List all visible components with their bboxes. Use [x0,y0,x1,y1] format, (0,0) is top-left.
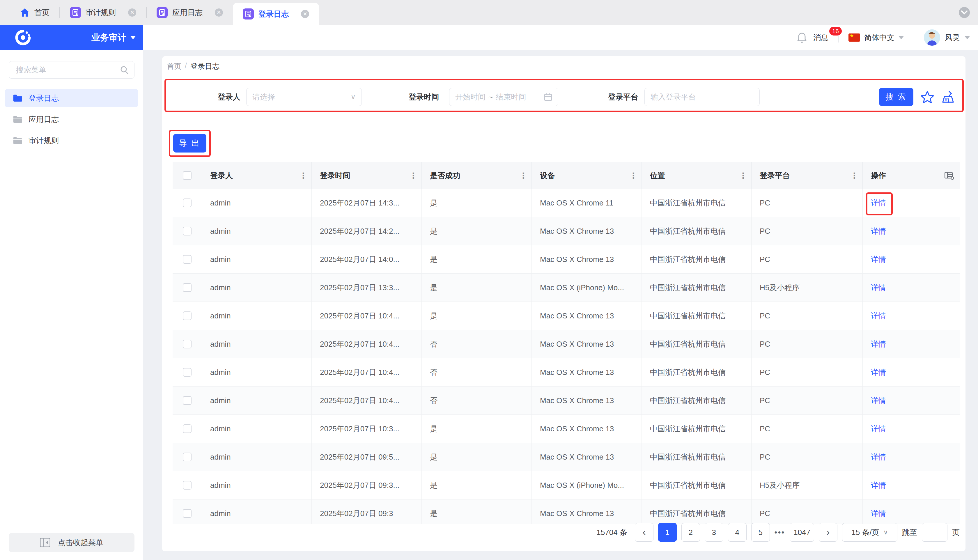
column-settings-icon[interactable] [945,171,954,180]
jump-page-input[interactable] [922,523,948,542]
clear-broom-icon[interactable] [941,90,955,103]
user-menu[interactable]: 风灵 [924,29,970,46]
page-button-2[interactable]: 2 [681,523,700,542]
detail-link[interactable]: 详情 [871,339,886,349]
page-button-3[interactable]: 3 [705,523,723,542]
column-menu-icon[interactable]: ⋮ [299,171,307,180]
column-header-登录人[interactable]: 登录人⋮ [202,162,312,189]
row-select-cell [173,415,202,443]
tab-label: 首页 [34,8,50,18]
prev-page-button[interactable]: ‹ [635,523,653,542]
row-checkbox[interactable] [183,481,192,490]
detail-link[interactable]: 详情 [871,283,886,293]
row-checkbox[interactable] [183,283,192,292]
sidebar-item-登录日志[interactable]: 登录日志 [5,89,138,107]
detail-link[interactable]: 详情 [871,367,886,378]
cell-location: 中国浙江省杭州市电信 [642,217,751,245]
column-menu-icon[interactable]: ⋮ [739,171,747,180]
sidebar: 登录日志应用日志审计规则 点击收起菜单 [0,50,143,560]
detail-link[interactable]: 详情 [871,424,886,434]
detail-link[interactable]: 详情 [871,198,886,208]
column-header-设备[interactable]: 设备⋮ [532,162,642,189]
row-checkbox[interactable] [183,424,192,433]
page-button-1047[interactable]: 1047 [790,523,814,542]
page-size-select[interactable]: 15 条/页∨ [842,523,897,542]
detail-link[interactable]: 详情 [871,452,886,462]
export-button[interactable]: 导 出 [173,134,207,153]
login-time-range-picker[interactable]: 开始时间 ~ 结束时间 [449,88,558,106]
favorite-star-icon[interactable] [921,90,934,103]
column-header-位置[interactable]: 位置⋮ [642,162,751,189]
language-switcher[interactable]: 简体中文 [848,33,904,43]
bell-icon[interactable] [797,32,807,43]
row-checkbox[interactable] [183,453,192,461]
column-label: 登录时间 [320,170,350,181]
cell-login-time: 2025年02月07日 14:3... [312,189,422,217]
pagination-ellipsis: ••• [775,528,785,537]
breadcrumb-home[interactable]: 首页 [167,62,182,71]
messages-count-badge: 16 [829,27,842,35]
sidebar-item-label: 登录日志 [28,93,59,103]
sidebar-item-应用日志[interactable]: 应用日志 [5,110,138,128]
cell-success: 是 [422,415,532,443]
table-row: admin2025年02月07日 10:4...否Mac OS X Chrome… [173,387,960,415]
menu-search-input[interactable] [9,61,135,78]
column-label: 操作 [871,170,886,181]
row-checkbox[interactable] [183,255,192,264]
row-checkbox[interactable] [183,312,192,320]
search-button[interactable]: 搜 索 [879,88,913,106]
detail-link[interactable]: 详情 [871,311,886,321]
collapse-menu-icon [40,538,50,547]
detail-link[interactable]: 详情 [871,395,886,406]
next-page-button[interactable]: › [819,523,837,542]
row-select-cell [173,358,202,386]
column-menu-icon[interactable]: ⋮ [629,171,637,180]
login-platform-input[interactable] [645,88,760,106]
row-select-cell [173,217,202,245]
tab-close-icon[interactable]: ✕ [128,8,136,17]
sidebar-collapse-button[interactable]: 点击收起菜单 [9,533,135,552]
cell-login-user: admin [202,245,312,273]
tab-审计规则[interactable]: 审计规则✕ [60,0,146,25]
row-checkbox[interactable] [183,509,192,518]
page-button-4[interactable]: 4 [728,523,746,542]
detail-link[interactable]: 详情 [871,226,886,236]
page-button-1[interactable]: 1 [658,523,677,542]
column-menu-icon[interactable]: ⋮ [519,171,527,180]
column-menu-icon[interactable]: ⋮ [850,171,858,180]
row-checkbox[interactable] [183,227,192,235]
row-select-cell [173,245,202,273]
page-button-5[interactable]: 5 [751,523,770,542]
row-checkbox[interactable] [183,368,192,377]
tab-close-icon[interactable]: ✕ [215,8,223,17]
cell-device: Mac OS X Chrome 13 [532,358,642,386]
detail-link[interactable]: 详情 [871,508,886,519]
breadcrumb-current: 登录日志 [190,62,220,71]
cell-login-time: 2025年02月07日 10:4... [312,330,422,358]
row-checkbox[interactable] [183,340,192,348]
column-header-是否成功[interactable]: 是否成功⋮ [422,162,532,189]
detail-link[interactable]: 详情 [871,480,886,490]
product-switcher[interactable]: 业务审计 [92,32,136,44]
row-checkbox[interactable] [183,396,192,405]
tab-首页[interactable]: 首页 [10,0,59,25]
select-all-checkbox[interactable] [183,171,192,180]
messages-link[interactable]: 消息 16 [813,33,828,43]
tab-应用日志[interactable]: 应用日志✕ [147,0,233,25]
tabbar-collapse-button[interactable] [959,7,970,18]
column-header-操作[interactable]: 操作 [863,162,960,189]
content-card: 首页 / 登录日志 登录人 请选择 ∨ 登录时间 开始时间 ~ 结束时间 [162,56,965,551]
chevron-down-icon [965,36,970,39]
column-header-登录平台[interactable]: 登录平台⋮ [751,162,863,189]
detail-link[interactable]: 详情 [871,254,886,265]
tab-close-icon[interactable]: ✕ [301,10,309,18]
column-menu-icon[interactable]: ⋮ [409,171,417,180]
browser-tab-bar: 首页审计规则✕应用日志✕登录日志✕ [0,0,978,25]
row-checkbox[interactable] [183,198,192,207]
column-header-登录时间[interactable]: 登录时间⋮ [312,162,422,189]
cell-login-time: 2025年02月07日 09:5... [312,443,422,471]
login-user-select[interactable]: 请选择 ∨ [246,88,362,106]
column-label: 设备 [540,170,555,181]
sidebar-item-审计规则[interactable]: 审计规则 [5,132,138,150]
tab-登录日志[interactable]: 登录日志✕ [233,3,319,25]
